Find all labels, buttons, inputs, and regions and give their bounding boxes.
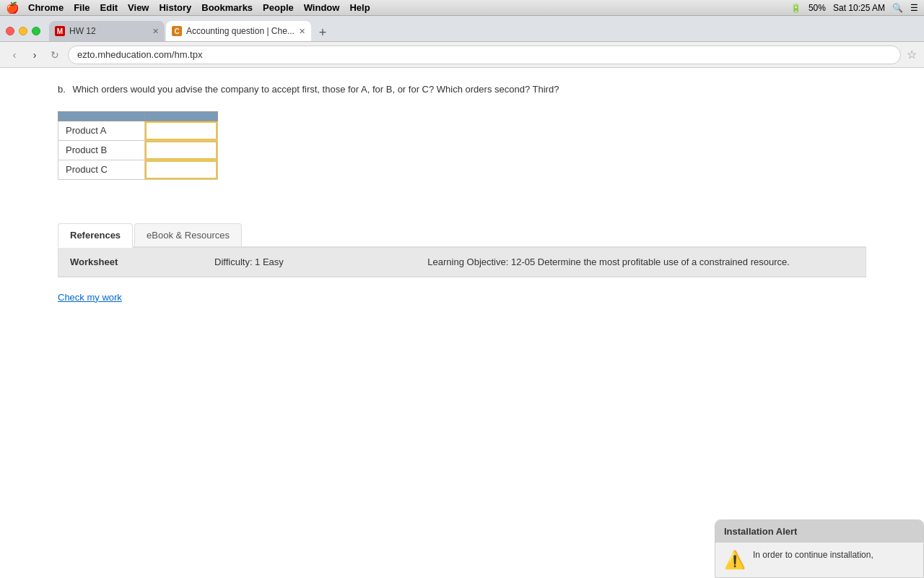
- install-alert: Installation Alert ⚠️ In order to contin…: [715, 519, 924, 578]
- table-header-col2: [145, 111, 218, 121]
- tab-bar: M HW 12 ✕ C Accounting question | Che...…: [49, 16, 918, 41]
- url-input[interactable]: [68, 46, 901, 64]
- close-button[interactable]: [6, 27, 14, 35]
- ref-content: Worksheet Difficulty: 1 Easy Learning Ob…: [58, 248, 866, 277]
- search-icon[interactable]: 🔍: [892, 3, 903, 13]
- chrome-tab-bar: M HW 12 ✕ C Accounting question | Che...…: [0, 16, 924, 42]
- menu-file[interactable]: File: [74, 2, 90, 13]
- install-alert-header: Installation Alert: [715, 520, 923, 543]
- tab-favicon-chegg: C: [172, 26, 182, 36]
- product-b-input[interactable]: [145, 141, 217, 160]
- check-my-work-link[interactable]: Check my work: [58, 292, 122, 303]
- window-controls: [6, 27, 40, 41]
- battery-percent: 50%: [808, 3, 826, 13]
- ref-learning-objective: Learning Objective: 12-05 Determine the …: [427, 256, 854, 267]
- new-tab-button[interactable]: +: [313, 24, 333, 41]
- address-bar: ‹ › ↻ ☆: [0, 42, 924, 68]
- menu-history[interactable]: History: [159, 2, 191, 13]
- references-section: References eBook & Resources Worksheet D…: [58, 223, 866, 277]
- page-content: b. Which orders would you advise the com…: [0, 68, 924, 578]
- menu-bar: 🍎 Chrome File Edit View History Bookmark…: [0, 0, 924, 16]
- battery-icon: 🔋: [790, 3, 801, 13]
- maximize-button[interactable]: [32, 27, 40, 35]
- tab-hw12[interactable]: M HW 12 ✕: [49, 21, 165, 41]
- install-alert-text: In order to continue installation,: [753, 550, 873, 560]
- product-a-label: Product A: [58, 121, 145, 140]
- ref-tab-bar: References eBook & Resources: [58, 223, 866, 248]
- product-b-label: Product B: [58, 140, 145, 160]
- minimize-button[interactable]: [19, 27, 27, 35]
- tab-accounting[interactable]: C Accounting question | Che... ✕: [166, 21, 311, 41]
- answer-table: Product A Product B Product C: [58, 111, 218, 180]
- question-text: b. Which orders would you advise the com…: [58, 82, 866, 97]
- menu-people[interactable]: People: [263, 2, 294, 13]
- table-row: Product C: [58, 160, 218, 179]
- product-b-input-cell: [145, 140, 218, 160]
- table-row: Product B: [58, 140, 218, 160]
- ref-worksheet-label: Worksheet: [70, 256, 214, 267]
- product-c-input-cell: [145, 160, 218, 179]
- menu-bookmarks[interactable]: Bookmarks: [201, 2, 253, 13]
- ref-row-worksheet: Worksheet Difficulty: 1 Easy Learning Ob…: [58, 248, 866, 277]
- tab-favicon-mh: M: [55, 26, 65, 36]
- reload-button[interactable]: ↻: [48, 48, 62, 62]
- ref-difficulty: Difficulty: 1 Easy: [214, 256, 427, 267]
- product-c-label: Product C: [58, 160, 145, 179]
- forward-button[interactable]: ›: [27, 48, 42, 62]
- table-row: Product A: [58, 121, 218, 140]
- tab-close-accounting[interactable]: ✕: [299, 27, 305, 36]
- menu-bar-right: 🔋 50% Sat 10:25 AM 🔍 ☰: [790, 3, 918, 13]
- product-c-input[interactable]: [145, 160, 217, 179]
- bookmark-star-icon[interactable]: ☆: [907, 48, 917, 61]
- alert-warning-icon: ⚠️: [724, 550, 746, 570]
- ebook-tab[interactable]: eBook & Resources: [134, 223, 242, 246]
- question-block: b. Which orders would you advise the com…: [58, 82, 866, 97]
- tab-close-hw12[interactable]: ✕: [152, 27, 159, 36]
- list-icon[interactable]: ☰: [910, 3, 918, 13]
- product-a-input[interactable]: [145, 121, 217, 140]
- clock: Sat 10:25 AM: [833, 3, 885, 13]
- install-alert-body: ⚠️ In order to continue installation,: [715, 543, 923, 577]
- table-header-col1: [58, 111, 145, 121]
- tab-title-hw12: HW 12: [69, 26, 96, 36]
- references-tab[interactable]: References: [58, 223, 133, 248]
- menu-edit[interactable]: Edit: [100, 2, 118, 13]
- tab-title-accounting: Accounting question | Che...: [186, 26, 295, 36]
- question-body: Which orders would you advise the compan…: [72, 84, 559, 95]
- product-a-input-cell: [145, 121, 218, 140]
- question-label: b.: [58, 84, 66, 95]
- menu-chrome[interactable]: Chrome: [28, 2, 64, 13]
- check-my-work-section: Check my work: [58, 292, 866, 303]
- menu-help[interactable]: Help: [349, 2, 370, 13]
- apple-menu[interactable]: 🍎: [6, 1, 19, 14]
- back-button[interactable]: ‹: [7, 48, 22, 62]
- menu-view[interactable]: View: [128, 2, 149, 13]
- menu-window[interactable]: Window: [304, 2, 340, 13]
